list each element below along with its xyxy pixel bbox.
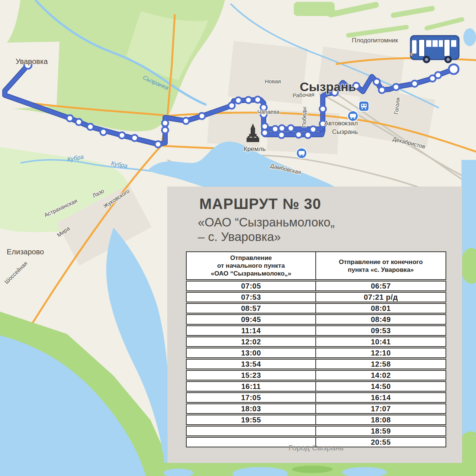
- route-subtitle: «ОАО “Сызраньмолоко„ – с. Уваровка»: [198, 215, 335, 244]
- header-origin-line2: от начального пункта: [187, 262, 315, 270]
- table-row: 18:59: [186, 426, 446, 436]
- departure-time-cell: 10:41: [316, 337, 446, 346]
- table-row: 19:5518:08: [186, 415, 446, 425]
- header-origin-line1: Отправление: [187, 254, 315, 262]
- card-footer: Город Сызрань: [186, 443, 446, 452]
- map-label-plodopitomnik: Плодопитомник: [352, 37, 398, 44]
- departure-time-cell: 12:10: [316, 348, 446, 357]
- map-label-chapaeva: Чапаева: [257, 109, 280, 115]
- route-stop: [100, 129, 107, 135]
- time-value: 12:10: [371, 349, 391, 357]
- table-row: 16:1114:50: [186, 381, 446, 392]
- map-label-avtovokzal: Автовокзал: [324, 120, 358, 127]
- time-value: 12:58: [371, 360, 391, 369]
- route-stop: [76, 119, 82, 125]
- route-stop: [310, 126, 316, 133]
- route-stop: [87, 124, 94, 130]
- time-value: 17:07: [371, 405, 391, 413]
- map-label-uvarovka: Уваровка: [16, 57, 48, 65]
- departure-time-cell: 17:07: [316, 404, 446, 413]
- time-value: 18:08: [371, 416, 391, 424]
- table-row: 18:0317:07: [186, 403, 446, 414]
- route-stop: [162, 127, 168, 134]
- route-stop: [412, 81, 418, 87]
- route-stop: [374, 79, 380, 85]
- departure-time-cell: 13:00: [187, 348, 316, 357]
- header-origin: Отправление от начального пункта «ОАО “С…: [187, 252, 316, 279]
- route-stop: [435, 72, 441, 78]
- time-value: 08:57: [241, 304, 261, 313]
- route-stop: [155, 141, 161, 148]
- header-terminal-line2: пункта «с. Уваровка»: [316, 266, 446, 274]
- table-row: 07:5307:21 р/д: [186, 292, 446, 302]
- route-stop: [262, 130, 268, 136]
- time-value: 06:57: [371, 282, 391, 290]
- departure-time-cell: 08:57: [187, 304, 316, 313]
- route-infographic: Уваровка Плодопитомник Сызрань Новая Раб…: [0, 0, 476, 476]
- departure-time-cell: 08:49: [316, 315, 446, 324]
- route-stop: [296, 132, 302, 138]
- departure-time-cell: 08:01: [316, 304, 446, 313]
- header-terminal-line1: Отправление от конечного: [316, 258, 446, 266]
- departure-time-cell: 07:21 р/д: [316, 293, 446, 302]
- departure-time-cell: 16:14: [316, 393, 446, 402]
- departure-time-cell: 18:08: [316, 415, 446, 424]
- time-value: 17:05: [241, 393, 261, 402]
- timetable-header: Отправление от начального пункта «ОАО “С…: [186, 251, 446, 280]
- route-stop: [67, 115, 73, 122]
- river-right: [461, 160, 476, 476]
- map-label-pobedy: Победы: [301, 107, 307, 127]
- time-value: 11:14: [241, 327, 261, 335]
- timetable: Отправление от начального пункта «ОАО “С…: [186, 251, 446, 447]
- time-value: 14:50: [371, 382, 391, 391]
- time-value: 14:02: [371, 371, 391, 380]
- route-stop: [279, 132, 285, 138]
- table-row: 07:0506:57: [186, 281, 446, 291]
- table-row: 08:5708:01: [186, 303, 446, 313]
- bus-side-icon: [411, 36, 459, 63]
- departure-time-cell: 15:23: [187, 371, 316, 380]
- table-row: 12:0210:41: [186, 337, 446, 347]
- map-label-kreml: Кремль: [244, 145, 266, 152]
- route-stop: [279, 125, 285, 132]
- map-label-avtovokzal-2: Сызрань: [332, 128, 358, 135]
- time-value: 13:00: [241, 349, 261, 357]
- table-row: 15:2314:02: [186, 370, 446, 380]
- route-stop: [379, 87, 385, 93]
- route-stop: [255, 97, 261, 103]
- schedule-card: МАРШРУТ № 30 «ОАО “Сызраньмолоко„ – с. У…: [167, 187, 462, 463]
- time-value: 13:54: [241, 360, 261, 369]
- departure-time-cell: 06:57: [316, 282, 446, 290]
- route-stop: [245, 97, 252, 103]
- time-value: 16:14: [371, 393, 391, 402]
- time-value: 10:41: [371, 338, 391, 346]
- map-label-elizarovo: Елизарово: [7, 248, 44, 256]
- departure-time-cell: 17:05: [187, 393, 316, 402]
- departure-time-cell: 18:59: [316, 427, 446, 435]
- departure-time-cell: 11:14: [187, 326, 316, 335]
- pond: [463, 28, 476, 46]
- header-terminal: Отправление от конечного пункта «с. Увар…: [316, 252, 446, 279]
- bus-stop-circle-icon: [296, 148, 307, 158]
- time-value: 09:45: [241, 315, 261, 324]
- departure-time-cell: 12:58: [316, 360, 446, 369]
- bus-stop-square-icon: [359, 101, 369, 111]
- table-row: 13:5412:58: [186, 359, 446, 369]
- departure-time-cell: 18:03: [187, 404, 316, 413]
- route-stop: [229, 103, 235, 109]
- time-value: 15:23: [241, 371, 261, 380]
- departure-time-cell: 19:55: [187, 415, 316, 424]
- route-stop: [288, 125, 294, 132]
- departure-time-cell: [187, 427, 316, 435]
- route-stop: [199, 113, 205, 119]
- departure-time-cell: 07:53: [187, 293, 316, 302]
- route-stop: [183, 118, 189, 124]
- route-stop: [393, 84, 399, 90]
- departure-time-cell: 14:02: [316, 371, 446, 380]
- table-row: 13:0012:10: [186, 348, 446, 358]
- departure-time-cell: 07:05: [187, 282, 316, 290]
- green-patch: [292, 466, 333, 473]
- time-value: 18:59: [371, 427, 391, 435]
- route-stop: [272, 126, 279, 132]
- time-value: 07:53: [241, 293, 261, 302]
